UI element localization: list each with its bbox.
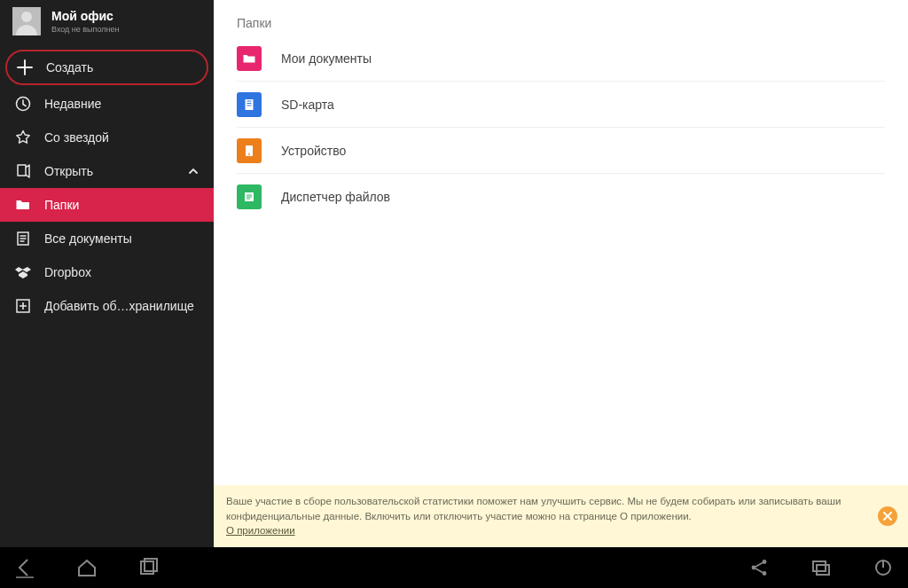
screenshot-icon[interactable] xyxy=(805,552,837,584)
document-icon xyxy=(14,230,32,247)
chevron-up-icon xyxy=(187,165,200,177)
clock-icon xyxy=(14,95,32,113)
sidebar-item-create[interactable]: Создать xyxy=(5,50,208,85)
sidebar: Мой офис Вход не выполнен Создать Недавн… xyxy=(0,0,214,547)
folder-colored-icon xyxy=(237,46,262,71)
sidebar-menu: Создать Недавние Со звездой Открыть xyxy=(0,48,214,323)
file-manager-icon xyxy=(237,184,262,209)
sidebar-item-open[interactable]: Открыть xyxy=(0,154,214,188)
plus-icon xyxy=(16,59,34,76)
sidebar-item-recent[interactable]: Недавние xyxy=(0,87,214,121)
svg-rect-13 xyxy=(817,565,829,575)
banner-link[interactable]: О приложении xyxy=(226,525,295,536)
sd-card-icon xyxy=(237,92,262,117)
android-navbar xyxy=(0,547,908,588)
avatar-icon xyxy=(12,7,41,35)
folder-label: SD-карта xyxy=(281,98,334,112)
sidebar-item-label: Создать xyxy=(46,60,93,74)
folder-label: Мои документы xyxy=(281,51,372,66)
svg-rect-12 xyxy=(813,561,826,571)
sidebar-item-add-storage[interactable]: Добавить об…хранилище xyxy=(0,289,214,323)
folder-item-sd-card[interactable]: SD-карта xyxy=(237,82,885,128)
folder-icon xyxy=(14,196,32,214)
sidebar-item-folders[interactable]: Папки xyxy=(0,188,214,222)
folder-label: Диспетчер файлов xyxy=(281,190,390,204)
back-icon[interactable] xyxy=(9,552,41,584)
open-icon xyxy=(14,162,32,180)
recent-apps-icon[interactable] xyxy=(133,552,165,584)
user-name: Мой офис xyxy=(51,9,119,23)
user-block[interactable]: Мой офис Вход не выполнен xyxy=(0,0,214,43)
sidebar-item-label: Все документы xyxy=(44,231,132,246)
sidebar-item-label: Dropbox xyxy=(44,265,91,279)
folder-item-my-docs[interactable]: Мои документы xyxy=(237,35,885,82)
folder-list: Мои документы SD-карта Устройство Диспет… xyxy=(214,35,908,220)
device-icon xyxy=(237,138,262,163)
add-box-icon xyxy=(14,297,32,315)
sidebar-item-label: Со звездой xyxy=(44,130,109,145)
svg-point-5 xyxy=(248,153,250,155)
share-icon[interactable] xyxy=(743,552,775,584)
star-icon xyxy=(14,129,32,146)
user-status: Вход не выполнен xyxy=(51,25,119,34)
banner-text: Ваше участие в сборе пользовательской ст… xyxy=(226,496,841,521)
sidebar-item-label: Папки xyxy=(44,198,79,212)
sidebar-item-label: Открыть xyxy=(44,164,93,178)
stats-banner: Ваше участие в сборе пользовательской ст… xyxy=(214,485,908,547)
sidebar-item-label: Недавние xyxy=(44,97,101,111)
sidebar-item-dropbox[interactable]: Dropbox xyxy=(0,255,214,289)
close-icon[interactable] xyxy=(878,506,897,526)
folder-label: Устройство xyxy=(281,144,346,158)
folder-item-device[interactable]: Устройство xyxy=(237,128,885,174)
sidebar-item-label: Добавить об…хранилище xyxy=(44,299,194,313)
dropbox-icon xyxy=(14,263,32,281)
sidebar-item-all-docs[interactable]: Все документы xyxy=(0,222,214,255)
content: Папки Мои документы SD-карта Устройство xyxy=(214,0,908,547)
power-icon[interactable] xyxy=(867,552,899,584)
home-icon[interactable] xyxy=(71,552,103,584)
content-header: Папки xyxy=(214,0,908,35)
sidebar-item-starred[interactable]: Со звездой xyxy=(0,121,214,154)
folder-item-file-manager[interactable]: Диспетчер файлов xyxy=(237,174,885,220)
